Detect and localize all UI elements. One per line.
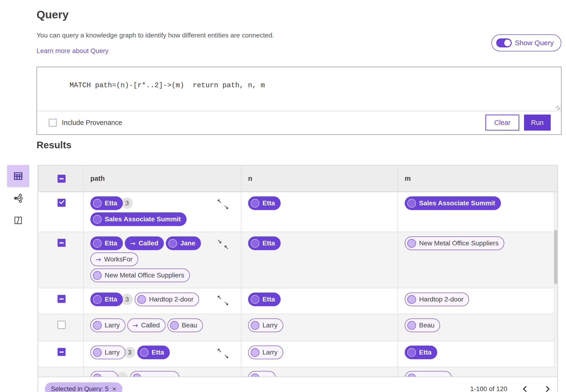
node-pill[interactable]: Sales Associate Summit [90,212,186,226]
pill-label: Hardtop 2-door [149,295,193,303]
node-icon [133,374,141,377]
table-row: Larry3Etta↖↘LarryEtta [38,341,557,367]
m-cell [398,367,557,377]
scrollbar-thumb[interactable] [554,230,557,284]
collapse-icon[interactable]: ↘↖ [217,238,229,250]
node-pill[interactable]: Etta [405,346,437,359]
expand-icon[interactable]: ↖↘ [217,294,229,306]
close-icon[interactable]: × [112,385,116,392]
node-pill[interactable]: Hardtop 2-door [135,293,199,306]
pill-label: Hardtop 2-door [419,295,463,303]
toggle-switch-icon[interactable] [496,38,512,47]
node-icon [251,199,259,208]
node-pill[interactable]: Jane [166,237,201,250]
node-icon [93,374,102,377]
column-header-n[interactable]: n [241,166,398,192]
node-pill[interactable]: New Metal Office Suppliers [405,237,504,250]
pill-label: Sales Associate Summit [419,199,495,207]
count-badge: 3 [121,294,133,305]
chevron-left-icon[interactable] [523,386,529,392]
node-icon [407,374,416,377]
arrow-right-icon: → [133,322,138,329]
n-cell: Etta [241,232,398,288]
node-icon [251,374,259,377]
node-icon [407,199,416,208]
node-pill[interactable]: Etta [137,346,170,359]
graph-view-button[interactable] [7,187,29,209]
learn-more-link[interactable]: Learn more about Query [37,47,109,55]
include-provenance-label: Include Provenance [62,119,122,126]
pill-label: Called [139,239,158,247]
node-pill[interactable]: Hardtop 2-door [405,293,469,306]
map-view-button[interactable] [7,209,29,231]
node-pill[interactable]: Etta [248,196,281,210]
edge-pill[interactable]: →Called [125,237,164,250]
pill-label: Etta [262,239,275,247]
node-pill[interactable]: Larry [90,346,126,359]
node-icon [140,348,149,357]
node-pill[interactable]: Beau [168,319,203,332]
node-pill[interactable]: Etta [90,196,123,210]
node-pill[interactable]: Larry [248,346,283,359]
node-icon [93,271,102,280]
pagination-range: 1-100 of 120 [470,385,507,392]
node-pill[interactable]: Sales Associate Summit [405,196,501,210]
resize-handle-icon[interactable] [556,106,560,110]
node-pill[interactable] [90,371,118,377]
include-provenance-checkbox[interactable] [49,119,57,126]
edge-pill[interactable]: →Called [127,319,166,332]
pill-label: Larry [105,349,120,356]
edge-pill[interactable]: →WorksFor [90,252,138,266]
pill-label: Larry [105,322,120,329]
show-query-toggle[interactable]: Show Query [492,34,561,51]
column-header-m[interactable]: m [398,166,557,192]
include-provenance-control[interactable]: Include Provenance [49,119,122,126]
run-button[interactable]: Run [524,114,551,131]
row-select-cell [38,192,84,232]
row-select-cell [38,232,84,288]
row-checkbox-indeterminate[interactable] [57,348,66,356]
map-view-icon [13,215,23,225]
node-pill[interactable] [405,371,452,377]
m-cell: Sales Associate Summit [398,192,557,232]
n-cell: Larry [241,341,398,367]
pill-label: Sales Associate Summit [105,215,181,223]
results-table: pathnmEtta3Sales Associate Summit↖↘EttaS… [38,166,557,377]
table-row: Larry→CalledBeauLarryBeau [38,314,557,341]
node-icon [137,295,146,304]
row-checkbox-indeterminate[interactable] [57,295,66,303]
pill-label: Etta [262,295,275,303]
node-pill[interactable]: Etta [248,237,281,250]
row-checkbox-checked[interactable] [57,199,66,207]
node-pill[interactable]: Beau [405,319,440,332]
node-pill[interactable]: Etta [248,293,281,306]
node-icon [251,348,259,357]
results-table-card: pathnmEtta3Sales Associate Summit↖↘EttaS… [38,165,558,392]
node-pill[interactable] [248,371,276,377]
selected-in-query-chip[interactable]: Selected in Query: 5 × [45,382,122,392]
expand-icon[interactable]: ↖↘ [217,198,229,210]
select-all-checkbox-indeterminate[interactable] [57,175,66,183]
expand-icon[interactable]: ↖↘ [217,348,229,359]
table-row: Etta3Sales Associate Summit↖↘EttaSales A… [38,192,557,232]
page-description: You can query a knowledge graph to ident… [37,32,274,39]
query-input[interactable]: MATCH path=(n)-[r*..2]->(m) return path,… [37,67,561,111]
node-icon [251,295,259,304]
chip-label: Selected in Query: 5 [51,385,109,392]
column-header-path[interactable]: path [84,166,241,192]
m-cell: New Metal Office Suppliers [398,232,557,288]
chevron-right-icon[interactable] [544,386,550,392]
clear-button[interactable]: Clear [485,114,519,131]
node-pill[interactable]: Larry [90,319,126,332]
table-row: Etta→CalledJane→WorksForNew Metal Office… [38,232,557,288]
node-pill[interactable] [130,371,180,377]
node-pill[interactable]: Larry [248,319,283,332]
row-checkbox-indeterminate[interactable] [57,239,66,247]
node-pill[interactable]: Etta [90,237,123,250]
m-cell: Hardtop 2-door [398,288,557,314]
node-pill[interactable]: New Metal Office Suppliers [90,268,190,282]
row-checkbox-unchecked[interactable] [57,321,66,329]
node-pill[interactable]: Etta [90,293,123,306]
table-view-button[interactable] [7,165,29,187]
vertical-scrollbar[interactable] [554,192,557,366]
